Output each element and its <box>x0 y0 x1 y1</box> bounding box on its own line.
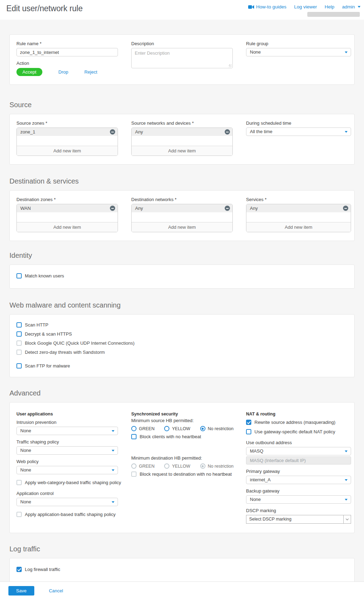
source-hb-yellow-radio[interactable] <box>164 426 169 431</box>
block-clients-row: Block clients with no heartbeat <box>131 434 233 439</box>
gateway-specific-checkbox[interactable] <box>246 429 251 434</box>
scan-http-row: Scan HTTP <box>16 322 348 328</box>
gateway-specific-row: Use gateway-specific default NAT policy <box>246 429 351 434</box>
destination-section-title: Destination & services <box>9 177 355 185</box>
decrypt-https-label: Decrypt & scan HTTPS <box>25 331 72 337</box>
dest-hb-yellow-radio <box>164 463 169 469</box>
howto-guides-link[interactable]: How-to guides <box>248 4 286 9</box>
block-requests-checkbox <box>131 471 136 477</box>
intrusion-prevention-dropdown[interactable]: None <box>16 427 118 435</box>
action-buttons: Accept Drop Reject <box>16 68 118 76</box>
remove-item-icon[interactable] <box>225 206 230 211</box>
description-textarea[interactable]: Enter Description <box>131 48 233 68</box>
chevron-down-icon <box>345 131 348 133</box>
rule-group-col: Rule group None <box>246 41 351 56</box>
web-policy-label: Web policy <box>16 459 118 464</box>
min-source-hb-label: Minimum source HB permitted: <box>131 418 233 423</box>
scan-http-checkbox[interactable] <box>16 322 22 328</box>
source-networks-label: Source networks and devices * <box>131 121 233 126</box>
destination-networks-label: Destination networks * <box>131 197 233 202</box>
synchronized-security-col: Synchronized security Minimum source HB … <box>131 412 233 477</box>
dest-hb-yellow-label: YELLOW <box>172 464 190 469</box>
help-link[interactable]: Help <box>324 4 334 9</box>
web-policy-dropdown[interactable]: None <box>16 466 118 474</box>
rule-group-dropdown[interactable]: None <box>246 48 351 56</box>
source-hb-norestriction-radio[interactable] <box>200 426 205 431</box>
match-known-users-checkbox[interactable] <box>16 273 22 278</box>
header-links: How-to guides Log viewer Help admin <box>248 4 360 9</box>
log-firewall-checkbox[interactable] <box>16 567 22 572</box>
dscp-marking-select[interactable]: Select DSCP marking <box>246 515 351 524</box>
accept-button[interactable]: Accept <box>16 68 42 76</box>
remove-item-icon[interactable] <box>110 129 115 135</box>
description-col: Description Enter Description <box>131 41 233 68</box>
dest-hb-radios: GREEN YELLOW No restriction <box>131 463 233 469</box>
dest-hb-norestriction-radio <box>200 463 205 469</box>
log-viewer-link[interactable]: Log viewer <box>294 4 317 9</box>
block-clients-checkbox[interactable] <box>131 434 136 439</box>
rule-group-label: Rule group <box>246 41 351 46</box>
block-requests-label: Block request to destination with no hea… <box>140 471 232 477</box>
scan-ftp-checkbox[interactable] <box>16 363 22 369</box>
drop-button[interactable]: Drop <box>58 69 68 75</box>
log-firewall-label: Log firewall traffic <box>25 567 60 572</box>
source-hb-green-label: GREEN <box>139 426 154 431</box>
schedule-label: During scheduled time <box>246 121 351 126</box>
source-hb-yellow-label: YELLOW <box>172 426 190 431</box>
app-based-shaping-label: Apply application-based traffic shaping … <box>25 512 115 517</box>
reject-button[interactable]: Reject <box>84 69 97 75</box>
source-hb-green-radio[interactable] <box>131 426 136 431</box>
add-new-item-button[interactable]: Add new item <box>246 222 351 232</box>
destination-panel: Destination zones * WAN Add new item Des… <box>9 190 355 241</box>
listbox-spacer <box>17 136 118 146</box>
resize-grip-icon[interactable] <box>229 64 232 67</box>
list-item-label: Any <box>135 206 143 211</box>
source-zones-label: Source zones * <box>16 121 118 126</box>
remove-item-icon[interactable] <box>110 206 115 211</box>
traffic-shaping-dropdown[interactable]: None <box>16 446 118 455</box>
rule-name-input[interactable] <box>16 48 118 56</box>
remove-item-icon[interactable] <box>343 206 348 211</box>
add-new-item-button[interactable]: Add new item <box>132 222 232 232</box>
intrusion-prevention-label: Intrusion prevention <box>16 420 118 425</box>
cancel-button[interactable]: Cancel <box>49 588 63 593</box>
rewrite-source-checkbox[interactable] <box>246 420 251 425</box>
description-placeholder: Enter Description <box>135 50 170 56</box>
add-new-item-button[interactable]: Add new item <box>17 146 118 156</box>
scan-http-label: Scan HTTP <box>25 322 48 328</box>
block-quic-row: Block Google QUIC (Quick UDP Internet Co… <box>16 340 348 346</box>
services-listbox: Any Add new item <box>246 204 351 232</box>
primary-gateway-dropdown[interactable]: internet_A <box>246 476 351 484</box>
block-requests-row: Block request to destination with no hea… <box>131 471 233 477</box>
min-dest-hb-label: Minimum destination HB permitted: <box>131 455 233 461</box>
general-panel: Rule name * Action Accept Drop Reject De… <box>9 34 355 85</box>
sandstorm-checkbox <box>16 350 22 355</box>
edit-rule-page: Edit user/network rule How-to guides Log… <box>0 0 364 599</box>
dest-hb-norestriction-label: No restriction <box>208 464 234 469</box>
dscp-marking-label: DSCP marking <box>246 508 351 513</box>
user-applications-col: User applications Intrusion prevention N… <box>16 412 118 517</box>
rule-name-col: Rule name * Action Accept Drop Reject <box>16 41 118 76</box>
backup-gateway-label: Backup gateway <box>246 488 351 494</box>
decrypt-https-checkbox[interactable] <box>16 331 22 337</box>
add-new-item-button[interactable]: Add new item <box>132 146 232 156</box>
save-button[interactable]: Save <box>8 586 34 595</box>
outbound-address-dropdown[interactable]: MASQ <box>246 447 351 455</box>
remove-item-icon[interactable] <box>225 129 230 135</box>
list-item: Any <box>132 204 232 212</box>
application-control-dropdown[interactable]: None <box>16 498 118 506</box>
content: Rule name * Action Accept Drop Reject De… <box>0 34 364 583</box>
schedule-dropdown[interactable]: All the time <box>246 128 351 136</box>
backup-gateway-dropdown[interactable]: None <box>246 495 351 504</box>
listbox-spacer <box>132 212 232 222</box>
outbound-address-hint: MASQ (Interface default IP) <box>246 456 351 464</box>
nat-routing-col: NAT & routing Rewrite source address (ma… <box>246 412 351 524</box>
add-new-item-button[interactable]: Add new item <box>17 222 118 232</box>
list-item-label: Any <box>135 129 143 135</box>
admin-menu[interactable]: admin <box>342 4 360 9</box>
chevron-down-icon <box>112 450 114 452</box>
chevron-down-icon <box>345 51 348 53</box>
sandstorm-label: Detect zero-day threats with Sandstorm <box>25 350 105 355</box>
footer-bar: Save Cancel <box>0 581 364 599</box>
web-section-title: Web malware and content scanning <box>9 301 355 309</box>
